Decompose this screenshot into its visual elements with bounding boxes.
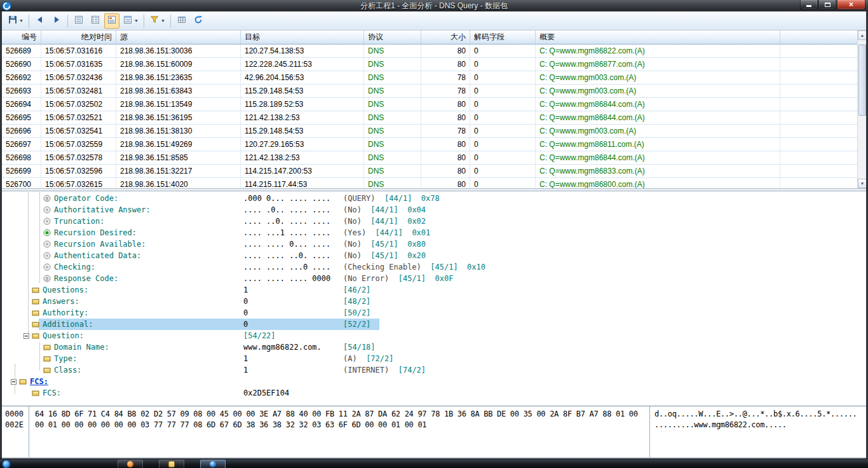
toolbar-separator	[170, 15, 171, 27]
table-vertical-scrollbar[interactable]: ▲ ▼	[857, 31, 866, 188]
maximize-button[interactable]	[818, 0, 836, 10]
filter-button[interactable]: ▼	[147, 13, 167, 29]
tree-row-recursiondesired[interactable]: Recursion Desired:.... ...1 .... ....(Ye…	[2, 227, 866, 238]
forward-button[interactable]	[49, 13, 64, 29]
packet-cell: 15:06:57.032541	[41, 125, 116, 137]
tree-row-operatorcode[interactable]: Operator Code:.000 0... .... ....(QUERY)…	[2, 193, 866, 204]
packet-row[interactable]: 52669415:06:57.032502218.98.36.151:13549…	[2, 98, 857, 111]
packet-row[interactable]: 52669815:06:57.032578218.98.36.151:85851…	[2, 151, 857, 165]
scroll-up-button[interactable]: ▲	[858, 31, 867, 40]
tree-meta: (No) [44/1] 0x02	[343, 217, 426, 226]
column-header-3[interactable]: 目标	[241, 31, 364, 44]
scroll-down-button[interactable]: ▼	[858, 179, 867, 188]
packet-row[interactable]: 52669315:06:57.032481218.98.36.151:63843…	[2, 85, 857, 98]
forward-icon	[51, 15, 62, 27]
packet-row[interactable]: 52669915:06:57.032596218.98.36.151:32217…	[2, 165, 857, 178]
hex-view-button[interactable]	[104, 13, 119, 29]
packet-cell: 218.98.36.151:32217	[116, 165, 241, 177]
tree-label: FCS:	[30, 377, 48, 386]
make-table-button[interactable]	[174, 13, 189, 29]
back-button[interactable]	[32, 13, 48, 29]
tree-row-recursionavailable[interactable]: Recursion Available:.... .... 0... ....(…	[2, 238, 866, 250]
taskbar-app-folder[interactable]	[159, 460, 184, 468]
tree-value: 1	[243, 354, 248, 363]
packet-row[interactable]: 52669215:06:57.032436218.98.36.151:23635…	[2, 71, 857, 85]
packet-cell: 78	[421, 71, 470, 84]
packet-row[interactable]: 52670015:06:57.032615218.98.36.151:40201…	[2, 178, 857, 188]
column-header-2[interactable]: 源	[116, 31, 241, 44]
packet-cell: 114.215.147.200:53	[241, 165, 364, 177]
packet-row[interactable]: 52669615:06:57.032541218.98.36.151:38130…	[2, 125, 857, 138]
tree-row-responsecode[interactable]: Response Code:.... .... .... 0000(No Err…	[2, 273, 866, 284]
packet-cell: 218.98.36.151:8585	[116, 151, 241, 164]
taskbar-app-browser[interactable]	[118, 460, 143, 468]
tree-row-truncation[interactable]: Truncation:.... ..0. .... ....(No) [44/1…	[2, 216, 866, 227]
tree-label: Truncation:	[54, 217, 104, 226]
tree-indent-spacer	[35, 207, 43, 213]
scroll-thumb[interactable]	[858, 45, 866, 116]
decode-view-button[interactable]	[88, 13, 103, 29]
packet-cell: 120.27.54.138:53	[241, 45, 364, 57]
hex-offset: 002E	[5, 420, 24, 429]
tree-indent-spacer	[35, 276, 43, 282]
close-button[interactable]: ×	[837, 0, 865, 10]
tree-value: .... .... .... 0000	[243, 274, 330, 283]
packet-cell: C: Q=www.mgm003.com.(A)	[536, 71, 780, 84]
taskbar-app-analyzer[interactable]	[200, 460, 226, 468]
tree-row-authority[interactable]: Authority:0[50/2]	[2, 307, 866, 319]
packet-row[interactable]: 52668915:06:57.031616218.98.36.151:30036…	[2, 45, 857, 58]
hex-ascii[interactable]: d..oq.....W...E..>..@...*..b$.x.6....5.*…	[654, 410, 857, 418]
packet-cell: C: Q=www.mgm003.com.(A)	[536, 85, 780, 97]
window-frame-left	[0, 11, 2, 458]
start-button[interactable]	[2, 460, 11, 468]
tree-row-fcs[interactable]: FCS:	[2, 376, 866, 387]
minimize-button[interactable]	[800, 0, 818, 10]
packet-cell: C: Q=www.mgm86822.com.(A)	[536, 45, 780, 57]
tree-row-fcs[interactable]: FCS:0x2D5EF104	[2, 387, 866, 399]
tree-meta: [48/2]	[343, 297, 370, 306]
tree-row-questions[interactable]: Questions:1[46/2]	[2, 284, 866, 296]
column-header-0[interactable]: 编号	[2, 31, 41, 44]
tree-row-additional[interactable]: Additional:0[52/2]	[2, 319, 866, 330]
tree-indent-spacer	[35, 242, 43, 247]
hex-bytes[interactable]: 64 16 8D 6F 71 C4 84 B8 02 D2 57 09 08 0…	[35, 410, 638, 418]
tree-row-class[interactable]: Class:1(INTERNET) [74/2]	[2, 364, 866, 376]
back-icon	[35, 15, 45, 27]
tree-indent-spacer	[24, 310, 32, 316]
hex-ascii[interactable]: .........www.mgm86822.com.....	[654, 420, 787, 429]
tree-row-answers[interactable]: Answers:0[48/2]	[2, 296, 866, 307]
tree-meta: (QUERY) [44/1] 0x78	[343, 194, 440, 203]
save-button[interactable]: ▼	[6, 13, 25, 29]
packet-cell: 218.98.36.151:4020	[116, 178, 241, 188]
tree-row-type[interactable]: Type:1(A) [72/2]	[2, 353, 866, 364]
packet-list-view-button[interactable]	[71, 13, 86, 29]
window-controls: ×	[799, 0, 865, 10]
column-header-5[interactable]: 大小	[421, 31, 470, 44]
tree-label: Recursion Desired:	[54, 228, 137, 237]
packet-row[interactable]: 52669715:06:57.032559218.98.36.151:49269…	[2, 138, 857, 151]
tree-row-question[interactable]: Question:[54/22]	[2, 330, 866, 341]
tree-row-domainname[interactable]: Domain Name:www.mgm86822.com.[54/18]	[2, 341, 866, 353]
packet-cell: 218.98.36.151:13549	[116, 98, 241, 111]
save-icon	[8, 15, 18, 27]
packet-cell: C: Q=www.mgm86800.com.(A)	[536, 178, 780, 188]
tree-meta: (Checking Enable) [45/1] 0x10	[343, 263, 485, 272]
column-header-4[interactable]: 协议	[364, 31, 421, 44]
packet-cell: C: Q=www.mgm86844.com.(A)	[536, 111, 780, 124]
column-header-6[interactable]: 解码字段	[470, 31, 536, 44]
radio-icon	[43, 206, 51, 214]
column-header-1[interactable]: 绝对时间	[41, 31, 116, 44]
tree-expander-icon[interactable]	[24, 333, 29, 339]
display-options-button[interactable]: ▼	[121, 13, 140, 29]
packet-row[interactable]: 52669015:06:57.031635218.98.36.151:60009…	[2, 58, 857, 71]
hex-bytes[interactable]: 00 01 00 00 00 00 00 00 03 77 77 77 08 6…	[35, 420, 426, 429]
hex-row: 002E00 01 00 00 00 00 00 00 03 77 77 77 …	[2, 420, 866, 431]
tree-label: Class:	[54, 366, 81, 375]
column-header-7[interactable]: 概要	[536, 31, 780, 44]
tree-expander-icon[interactable]	[11, 379, 17, 385]
refresh-button[interactable]	[191, 13, 206, 29]
packet-row[interactable]: 52669515:06:57.032521218.98.36.151:36195…	[2, 111, 857, 125]
tree-row-checking[interactable]: Checking:.... .... ...0 ....(Checking En…	[2, 261, 866, 273]
tree-row-authenticateddata[interactable]: Authenticated Data:.... .... ..0. ....(N…	[2, 250, 866, 261]
tree-row-authoritativeanswer[interactable]: Authoritative Answer:.... .0.. .... ....…	[2, 204, 866, 216]
